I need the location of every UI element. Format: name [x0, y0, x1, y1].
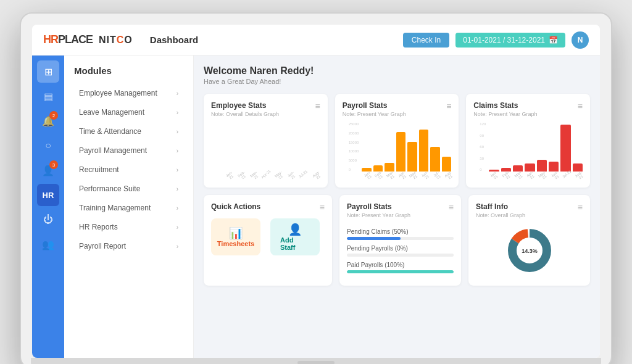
- sidebar-icon-bell[interactable]: 🔔 2: [37, 110, 59, 132]
- sidebar-item-payroll-report[interactable]: Payroll Report ›: [69, 237, 188, 255]
- sidebar-item-hr-reports[interactable]: HR Reports ›: [69, 218, 188, 236]
- timesheets-label: Timesheets: [217, 240, 254, 247]
- module-label: HR Reports: [79, 223, 118, 231]
- progress-bar-outer: [347, 270, 454, 273]
- sidebar-icon-people[interactable]: 👥: [37, 233, 59, 255]
- payroll-stats2-card: Payroll Stats Note: Present Year Graph ≡…: [339, 195, 461, 286]
- payroll-stats2-menu[interactable]: ≡: [449, 202, 454, 212]
- add-staff-icon: 👤: [288, 223, 302, 236]
- screen: HRPLACE NITCO Dashboard Check In 01-01-2…: [32, 25, 600, 358]
- date-range-picker[interactable]: 01-01-2021 / 31-12-2021 📅: [455, 33, 565, 48]
- donut-svg: 14.3%: [505, 226, 554, 275]
- timesheets-button[interactable]: 📊 Timesheets: [211, 218, 260, 255]
- progress-bar-outer: [347, 254, 454, 257]
- content-area: Welcome Naren Reddy! Have a Great Day Ah…: [194, 56, 600, 358]
- module-label: Payroll Report: [79, 242, 126, 250]
- hrplace-logo: HRPLACE: [43, 33, 93, 46]
- progress-bar-outer: [347, 237, 454, 240]
- module-label: Payroll Management: [79, 146, 147, 155]
- hr-text-icon: HR: [43, 191, 54, 200]
- checkin-button[interactable]: Check In: [403, 33, 449, 48]
- user-avatar[interactable]: N: [572, 31, 589, 49]
- icon-sidebar: ⊞ ▤ 🔔 2 ○ 👤 3 HR: [32, 56, 64, 358]
- progress-label-claims: Pending Claims (50%): [347, 228, 454, 235]
- payroll-stats2-note: Note: Present Year Graph: [347, 212, 410, 218]
- main-layout: ⊞ ▤ 🔔 2 ○ 👤 3 HR: [32, 56, 600, 358]
- person-badge: 3: [49, 160, 58, 169]
- quick-actions-title: Quick Actions: [211, 202, 260, 211]
- progress-item-paid: Paid Payrolls (100%): [347, 262, 454, 273]
- payroll-stats-title: Payroll Stats: [343, 101, 406, 110]
- modules-title: Modules: [64, 65, 193, 83]
- claims-stats-note: Note: Present Year Graph: [473, 111, 537, 117]
- payroll-stats2-title: Payroll Stats: [347, 202, 410, 211]
- quick-actions-menu[interactable]: ≡: [320, 202, 325, 212]
- staff-info-title: Staff Info: [476, 202, 525, 211]
- logo-area: HRPLACE NITCO Dashboard: [43, 33, 198, 46]
- sidebar-item-payroll-management[interactable]: Payroll Management ›: [69, 141, 188, 160]
- payroll-stats-card: Payroll Stats Note: Present Year Graph ≡…: [335, 94, 459, 188]
- chevron-icon: ›: [177, 224, 178, 231]
- chevron-icon: ›: [177, 90, 178, 97]
- module-label: Training Management: [79, 204, 151, 212]
- laptop-base: [31, 358, 601, 364]
- employee-stats-card: Employee Stats Note: Overall Details Gra…: [204, 94, 328, 188]
- grid-icon: ⊞: [44, 66, 52, 78]
- chart-icon: ▤: [44, 91, 53, 102]
- chevron-icon: ›: [177, 147, 178, 154]
- progress-bar-fill: [347, 237, 401, 240]
- claims-stats-card: Claims Stats Note: Present Year Graph ≡ …: [466, 94, 590, 188]
- welcome-subtext: Have a Great Day Ahead!: [204, 78, 590, 85]
- sidebar-icon-grid[interactable]: ⊞: [37, 60, 59, 83]
- progress-bar-fill: [347, 270, 454, 273]
- module-label: Time & Attendance: [79, 127, 141, 136]
- claims-stats-title: Claims Stats: [473, 101, 537, 110]
- bell-badge: 2: [49, 111, 58, 120]
- payroll-stats-menu[interactable]: ≡: [446, 101, 451, 111]
- sidebar-item-time-attendance[interactable]: Time & Attendance ›: [69, 122, 188, 141]
- chevron-icon: ›: [177, 243, 178, 250]
- sidebar-item-performance-suite[interactable]: Performance Suite ›: [69, 180, 188, 198]
- timesheets-icon: 📊: [229, 226, 243, 240]
- module-label: Leave Management: [79, 108, 144, 117]
- top-bar-right: Check In 01-01-2021 / 31-12-2021 📅 N: [403, 31, 589, 49]
- calendar-icon: 📅: [549, 36, 558, 44]
- add-staff-label: Add Staff: [280, 236, 310, 251]
- module-sidebar: Modules Employee Management › Leave Mana…: [64, 56, 194, 358]
- sidebar-icon-hr[interactable]: HR: [37, 184, 59, 206]
- sidebar-icon-person[interactable]: 👤 3: [37, 159, 59, 181]
- progress-item-claims: Pending Claims (50%): [347, 228, 454, 240]
- top-bar: HRPLACE NITCO Dashboard Check In 01-01-2…: [32, 25, 600, 56]
- sidebar-icon-circle[interactable]: ○: [37, 134, 59, 157]
- sidebar-item-leave-management[interactable]: Leave Management ›: [69, 103, 188, 122]
- power-icon: ⏻: [43, 214, 53, 225]
- add-staff-button[interactable]: 👤 Add Staff: [270, 218, 320, 255]
- employee-stats-title: Employee Stats: [211, 101, 279, 110]
- top-cards-row: Employee Stats Note: Overall Details Gra…: [204, 94, 590, 188]
- employee-stats-menu[interactable]: ≡: [315, 101, 320, 111]
- donut-label: 14.3%: [522, 248, 538, 254]
- progress-item-payrolls: Pending Payrolls (0%): [347, 245, 454, 257]
- people-icon: 👥: [42, 239, 54, 250]
- chevron-icon: ›: [177, 109, 178, 116]
- sidebar-icon-power[interactable]: ⏻: [37, 209, 59, 231]
- employee-stats-note: Note: Overall Details Graph: [211, 111, 279, 117]
- circle-icon: ○: [45, 140, 51, 151]
- payroll-stats-note: Note: Present Year Graph: [343, 111, 406, 117]
- sidebar-item-training-management[interactable]: Training Management ›: [69, 199, 188, 217]
- sidebar-item-employee-management[interactable]: Employee Management ›: [69, 84, 188, 102]
- laptop-frame: HRPLACE NITCO Dashboard Check In 01-01-2…: [20, 12, 612, 364]
- chevron-icon: ›: [177, 186, 178, 192]
- staff-info-card: Staff Info Note: Overall Graph ≡ 14.3%: [468, 195, 590, 286]
- dashboard-title: Dashboard: [150, 35, 198, 45]
- nitco-logo: NITCO: [99, 35, 133, 46]
- sidebar-icon-chart[interactable]: ▤: [37, 85, 59, 107]
- staff-info-menu[interactable]: ≡: [578, 202, 583, 212]
- sidebar-item-recruitment[interactable]: Recruitment ›: [69, 160, 188, 179]
- claims-stats-menu[interactable]: ≡: [578, 101, 583, 111]
- quick-actions-card: Quick Actions ≡ 📊 Timesheets 👤 Add Staff: [204, 195, 332, 286]
- progress-label-paid: Paid Payrolls (100%): [347, 262, 454, 268]
- chevron-icon: ›: [177, 128, 178, 135]
- module-label: Performance Suite: [79, 184, 140, 193]
- donut-chart: 14.3%: [476, 226, 583, 275]
